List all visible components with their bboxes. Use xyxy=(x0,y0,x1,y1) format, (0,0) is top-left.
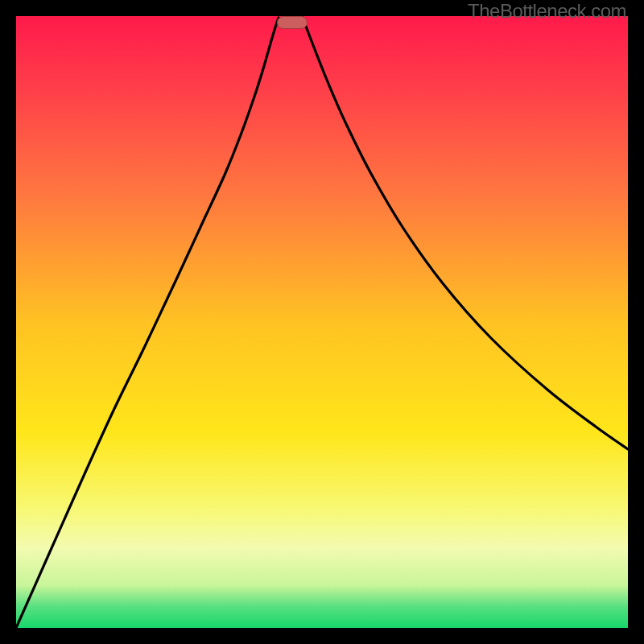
watermark-text: TheBottleneck.com xyxy=(468,0,626,23)
gradient-background xyxy=(16,16,628,628)
plot-frame xyxy=(16,16,628,628)
plot-svg xyxy=(16,16,628,628)
optimum-marker xyxy=(277,16,308,29)
